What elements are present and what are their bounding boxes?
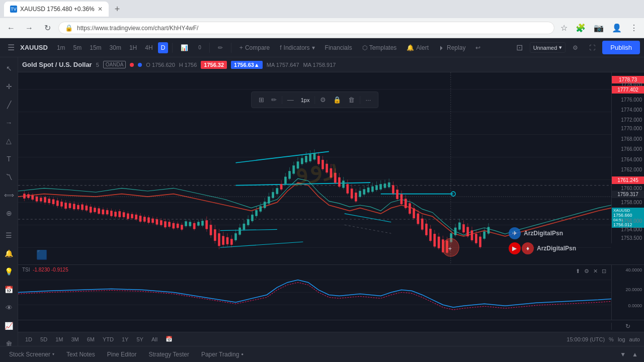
tf-d[interactable]: D xyxy=(158,42,169,53)
back-button[interactable]: ← xyxy=(4,21,18,35)
trend-line-tool[interactable]: ╱ xyxy=(2,98,16,112)
draw-separator-3 xyxy=(360,96,360,104)
new-tab-button[interactable]: + xyxy=(112,4,123,15)
text-tool[interactable]: T xyxy=(2,152,16,166)
fullscreen-button[interactable]: ⛶ xyxy=(585,42,599,53)
compare-button[interactable]: + Compare xyxy=(235,42,274,53)
ideas-tool[interactable]: 💡 xyxy=(2,264,16,279)
tsi-more-btn[interactable]: ⊡ xyxy=(601,267,607,276)
toolbar-divider-1 xyxy=(172,43,173,53)
draw-brush-btn[interactable]: ✏ xyxy=(268,94,280,106)
horizontal-ray-tool[interactable]: → xyxy=(2,116,16,130)
bookmark-button[interactable]: ☆ xyxy=(558,21,570,35)
price-1754: 1754.000 xyxy=(619,226,644,233)
price-1768: 1768.000 xyxy=(619,136,644,142)
draw-width-btn[interactable]: 1px xyxy=(298,95,313,105)
tab-paper-trading[interactable]: Paper Trading ● xyxy=(196,349,249,360)
draw-lock-btn[interactable]: 🔒 xyxy=(330,94,344,106)
patterns-tool[interactable]: 〽 xyxy=(2,170,16,184)
tab-strategy-tester[interactable]: Strategy Tester xyxy=(143,349,194,360)
tsi-panel: TSI -1.8230 -0.9125 ⬆ ⚙ ✕ ⊡ xyxy=(18,264,644,320)
alert-button[interactable]: 🔔 Alert xyxy=(403,42,433,53)
active-tab[interactable]: TV XAUUSD 1756.480 +0.36% ✕ xyxy=(4,2,109,17)
bar-type-button[interactable]: 📊 xyxy=(177,42,192,53)
tf-5m[interactable]: 5m xyxy=(70,42,85,53)
period-5y[interactable]: 5Y xyxy=(133,335,146,343)
tradingview-container: ☰ XAUUSD 1m 5m 15m 30m 1H 4H D 📊 0 ✏ + C… xyxy=(0,38,644,362)
tsi-label: TSI -1.8230 -0.9125 xyxy=(22,267,68,273)
templates-button[interactable]: ⬡ Templates xyxy=(358,42,401,53)
sidebar-toggle[interactable]: ☰ xyxy=(4,41,18,55)
refresh-button[interactable]: ↻ xyxy=(40,21,54,35)
financials-button[interactable]: Financials xyxy=(321,42,356,53)
watchlist-tool[interactable]: ☰ xyxy=(2,228,16,242)
period-ytd[interactable]: YTD xyxy=(100,335,117,343)
forward-button[interactable]: → xyxy=(22,21,36,35)
undo-button[interactable]: ↩ xyxy=(471,42,485,53)
footer-actions: ▼ ▲ xyxy=(618,349,640,360)
alerts-tool[interactable]: 🔔 xyxy=(2,246,16,260)
tsi-val2: -0.9125 xyxy=(51,267,68,273)
drawing-toolbar: ⊞ ✏ — 1px ⚙ 🔒 🗑 ··· xyxy=(251,92,379,108)
period-3m[interactable]: 3M xyxy=(68,335,82,343)
trade-tool[interactable]: 📈 xyxy=(2,319,16,333)
tf-1m[interactable]: 1m xyxy=(54,42,68,53)
period-1y[interactable]: 1Y xyxy=(119,335,131,343)
draw-more-btn[interactable]: ··· xyxy=(362,94,374,106)
account-button[interactable]: 👤 xyxy=(610,21,624,35)
calendar-tool[interactable]: 📅 xyxy=(2,283,16,297)
publish-button[interactable]: Publish xyxy=(602,41,640,54)
measure-tool[interactable]: ⟺ xyxy=(2,188,16,202)
calendar-button[interactable]: 📅 xyxy=(163,335,176,343)
tf-15m[interactable]: 15m xyxy=(87,42,104,53)
tsi-right-axis: 40.0000 20.0000 0.0000 xyxy=(611,265,644,320)
period-1d[interactable]: 1D xyxy=(22,335,35,343)
shapes-tool[interactable]: △ xyxy=(2,134,16,148)
time-refresh-button[interactable]: ↻ xyxy=(611,323,644,330)
xauusd-label: XAUUSD xyxy=(613,208,642,213)
replay-button[interactable]: ⏵ Replay xyxy=(435,42,469,53)
chart-canvas[interactable]: ⊞ ✏ — 1px ⚙ 🔒 🗑 ··· xyxy=(18,72,611,264)
footer-expand-btn[interactable]: ▲ xyxy=(630,349,640,360)
indicators-button[interactable]: f Indicators ▾ xyxy=(276,42,318,53)
browser-action-buttons: ☆ 🧩 📷 👤 ⋮ xyxy=(558,21,640,35)
price-display-button[interactable]: 0 xyxy=(194,43,205,52)
tab-pine-editor[interactable]: Pine Editor xyxy=(102,349,142,360)
tsi-settings-btn[interactable]: ⚙ xyxy=(583,267,590,276)
tab-stock-screener[interactable]: Stock Screener ▾ xyxy=(4,349,59,360)
period-6m[interactable]: 6M xyxy=(84,335,98,343)
tab-close-button[interactable]: ✕ xyxy=(98,6,103,13)
period-5d[interactable]: 5D xyxy=(37,335,50,343)
eye-tool[interactable]: 👁 xyxy=(2,301,16,315)
draw-line-btn[interactable]: — xyxy=(284,94,297,106)
cursor-tool[interactable]: ↖ xyxy=(2,61,16,75)
tf-30m[interactable]: 30m xyxy=(107,42,124,53)
draw-select-btn[interactable]: ⊞ xyxy=(256,94,267,106)
menu-button[interactable]: ⋮ xyxy=(628,21,640,35)
period-all[interactable]: All xyxy=(148,335,160,343)
tsi-expand-btn[interactable]: ⬆ xyxy=(575,267,581,276)
address-bar[interactable]: 🔒 https://www.tradingview.com/chart/KhHY… xyxy=(58,22,554,34)
footer-collapse-btn[interactable]: ▼ xyxy=(618,349,628,360)
tab-text-notes[interactable]: Text Notes xyxy=(61,349,100,360)
tsi-close-btn[interactable]: ✕ xyxy=(592,267,599,276)
tsi-canvas[interactable]: TSI -1.8230 -0.9125 ⬆ ⚙ ✕ ⊡ xyxy=(18,265,611,320)
trash-tool[interactable]: 🗑 xyxy=(2,337,16,346)
zoom-tool[interactable]: ⊕ xyxy=(2,206,16,220)
draw-delete-btn[interactable]: 🗑 xyxy=(345,94,358,106)
zoom-out-button[interactable]: ⊡ xyxy=(512,41,527,54)
tf-1h[interactable]: 1H xyxy=(126,42,140,53)
unnamed-dropdown[interactable]: Unnamed ▾ xyxy=(530,42,566,53)
strategy-tester-label: Strategy Tester xyxy=(148,351,189,358)
screenshot-button[interactable]: 📷 xyxy=(592,21,606,35)
pencil-button[interactable]: ✏ xyxy=(214,42,227,53)
chart-settings-button[interactable]: ⚙ xyxy=(569,42,582,53)
tf-4h[interactable]: 4H xyxy=(142,42,155,53)
draw-settings-btn[interactable]: ⚙ xyxy=(317,94,329,106)
cross-tool[interactable]: ✛ xyxy=(2,79,16,94)
draw-separator-2 xyxy=(314,96,315,104)
period-1m[interactable]: 1M xyxy=(52,335,66,343)
svg-line-17 xyxy=(345,225,391,233)
stock-screener-dropdown-icon: ▾ xyxy=(52,352,54,356)
extensions-button[interactable]: 🧩 xyxy=(574,21,588,35)
